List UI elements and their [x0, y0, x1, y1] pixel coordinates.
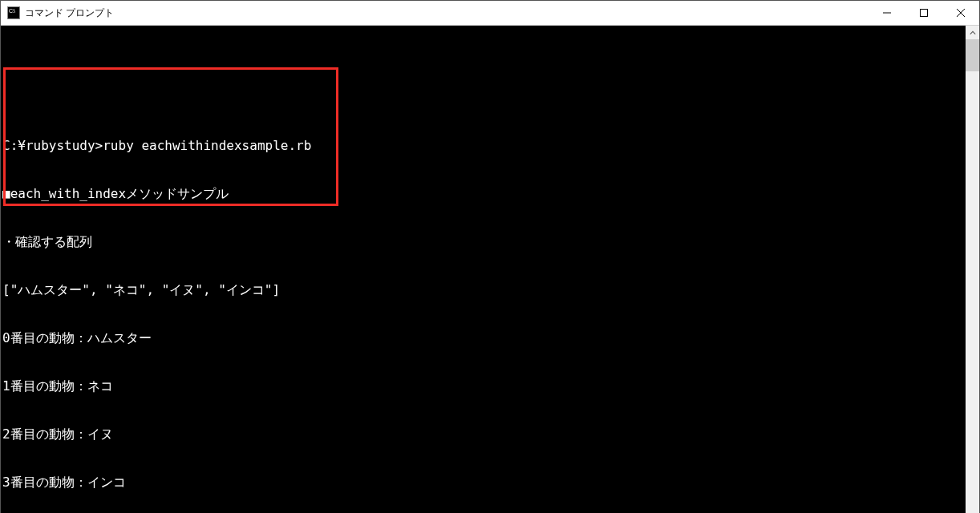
terminal-content: C:¥rubystudy>ruby eachwithindexsample.rb…: [1, 58, 966, 513]
minimize-icon: [883, 9, 891, 17]
terminal-line: ■each_with_indexメソッドサンプル: [1, 186, 966, 202]
maximize-icon: [920, 9, 928, 17]
scroll-up-button[interactable]: [966, 26, 979, 39]
terminal-line: ・確認する配列: [1, 234, 966, 250]
terminal-line: C:¥rubystudy>ruby eachwithindexsample.rb: [1, 138, 966, 154]
terminal-line: 3番目の動物：インコ: [1, 475, 966, 491]
scroll-track[interactable]: [966, 39, 979, 513]
terminal-line: 0番目の動物：ハムスター: [1, 330, 966, 346]
titlebar[interactable]: C:\ コマンド プロンプト: [1, 1, 979, 26]
minimize-button[interactable]: [869, 1, 905, 25]
svg-rect-1: [921, 10, 928, 17]
terminal-line: 1番目の動物：ネコ: [1, 378, 966, 394]
titlebar-left: C:\ コマンド プロンプト: [1, 6, 114, 20]
close-button[interactable]: [942, 1, 979, 25]
terminal-container: C:¥rubystudy>ruby eachwithindexsample.rb…: [1, 26, 979, 513]
terminal-line: [1, 90, 966, 106]
terminal-line: 2番目の動物：イヌ: [1, 426, 966, 442]
maximize-button[interactable]: [905, 1, 942, 25]
close-icon: [957, 9, 965, 17]
window-title: コマンド プロンプト: [25, 6, 114, 20]
terminal[interactable]: C:¥rubystudy>ruby eachwithindexsample.rb…: [1, 26, 966, 513]
command-prompt-icon: C:\: [7, 6, 20, 19]
vertical-scrollbar[interactable]: [966, 26, 979, 513]
chevron-up-icon: [970, 30, 976, 36]
command-prompt-window: C:\ コマンド プロンプト C:¥rubystudy>ruby eachwit…: [0, 0, 980, 513]
terminal-line: ["ハムスター", "ネコ", "イヌ", "インコ"]: [1, 282, 966, 298]
window-controls: [869, 1, 979, 25]
scroll-thumb[interactable]: [966, 39, 979, 71]
